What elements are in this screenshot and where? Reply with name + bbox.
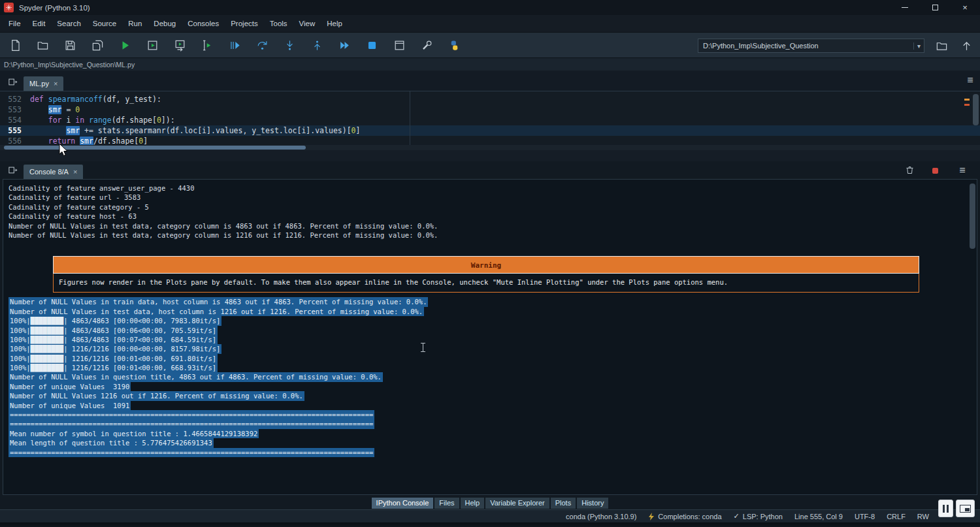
console-vertical-scrollbar[interactable] bbox=[970, 184, 975, 249]
console-line-selected: Number of unique Values 1091 bbox=[8, 401, 972, 410]
console-line: Number of NULL Values in test data, cate… bbox=[8, 221, 972, 231]
pause-icon bbox=[943, 505, 949, 513]
run-cell-button[interactable] bbox=[139, 34, 166, 56]
editor-options-menu-button[interactable]: ≡ bbox=[960, 72, 980, 89]
code-line-552: 552 def spearmancoff(df, y_test): bbox=[0, 94, 980, 104]
horizontal-scrollbar-thumb[interactable] bbox=[4, 146, 306, 150]
stop-debug-button[interactable] bbox=[358, 34, 385, 56]
encoding-status: UTF-8 bbox=[855, 513, 875, 520]
tab-close-icon[interactable]: × bbox=[54, 80, 57, 88]
tab-history[interactable]: History bbox=[577, 498, 608, 509]
minimize-button[interactable] bbox=[890, 0, 920, 15]
working-directory-combobox[interactable]: D:\Python_Imp\Subjective_Question ▾ bbox=[698, 39, 924, 53]
console-line: Cadinality of feature url - 3583 bbox=[8, 193, 972, 202]
console-tab-label: Console 8/A bbox=[29, 168, 69, 176]
menu-run[interactable]: Run bbox=[122, 17, 148, 30]
ipython-console-output[interactable]: Cadinality of feature answer_user_page -… bbox=[3, 179, 977, 495]
step-into-button[interactable] bbox=[276, 34, 303, 56]
code-editor[interactable]: 552 def spearmancoff(df, y_test): 553 sm… bbox=[0, 91, 980, 145]
console-line-selected: 100%|████████| 1216/1216 [00:01<00:00, 6… bbox=[8, 354, 972, 363]
picture-in-picture-button[interactable] bbox=[956, 500, 975, 517]
line-number: 553 bbox=[0, 104, 30, 115]
tab-plots[interactable]: Plots bbox=[551, 498, 576, 509]
console-line-selected: 100%|████████| 4863/4863 [00:07<00:00, 6… bbox=[8, 335, 972, 344]
browse-tabs-button[interactable] bbox=[4, 74, 21, 89]
run-cell-advance-button[interactable] bbox=[166, 34, 193, 56]
menu-edit[interactable]: Edit bbox=[27, 17, 52, 30]
mouse-cursor bbox=[59, 143, 69, 160]
menu-view[interactable]: View bbox=[293, 17, 321, 30]
menu-tools[interactable]: Tools bbox=[264, 17, 293, 30]
working-directory-value: D:\Python_Imp\Subjective_Question bbox=[698, 42, 913, 50]
step-over-button[interactable] bbox=[248, 34, 276, 56]
console-line-selected: ========================================… bbox=[8, 410, 972, 419]
console-options-menu-button[interactable]: ≡ bbox=[953, 162, 972, 179]
browse-directory-button[interactable] bbox=[932, 37, 951, 55]
menu-debug[interactable]: Debug bbox=[148, 17, 182, 30]
menu-search[interactable]: Search bbox=[51, 17, 86, 30]
run-selection-button[interactable] bbox=[193, 34, 221, 56]
breadcrumb: D:\Python_Imp\Subjective_Question\ML.py bbox=[4, 61, 135, 69]
tab-close-icon[interactable]: × bbox=[73, 168, 77, 176]
tab-variable-explorer[interactable]: Variable Explorer bbox=[485, 498, 549, 509]
warning-message: Figures now render in the Plots pane by … bbox=[53, 274, 919, 293]
code-line-555-current: 555 smr += stats.spearmanr(df.loc[i].val… bbox=[0, 125, 980, 136]
menu-source[interactable]: Source bbox=[87, 17, 122, 30]
console-line-selected: Number of NULL Values in test data, host… bbox=[8, 307, 972, 316]
menu-file[interactable]: File bbox=[3, 17, 27, 30]
menu-projects[interactable]: Projects bbox=[225, 17, 264, 30]
window-title: Spyder (Python 3.10) bbox=[19, 4, 90, 12]
pane-splitter[interactable] bbox=[0, 150, 980, 161]
step-out-icon bbox=[311, 39, 323, 52]
console-tab[interactable]: Console 8/A × bbox=[24, 165, 83, 179]
text-cursor bbox=[420, 343, 426, 352]
picture-in-picture-icon bbox=[960, 505, 971, 513]
cursor-position-status: Line 555, Col 9 bbox=[794, 513, 843, 520]
maximize-pane-icon bbox=[393, 39, 406, 52]
code-line-554: 554 for i in range(df.shape[0]): bbox=[0, 115, 980, 125]
debug-file-button[interactable] bbox=[221, 34, 248, 56]
completions-status: Completions: conda bbox=[648, 513, 721, 520]
trash-icon bbox=[905, 165, 915, 175]
console-line: Cadinality of feature host - 63 bbox=[8, 212, 972, 221]
scrollbar-annotation-warning bbox=[964, 99, 970, 101]
tab-help[interactable]: Help bbox=[461, 498, 485, 509]
maximize-icon bbox=[932, 5, 938, 10]
up-arrow-icon bbox=[960, 40, 973, 52]
warning-box: Warning Figures now render in the Plots … bbox=[53, 256, 919, 293]
step-out-button[interactable] bbox=[303, 34, 331, 56]
browse-tabs-button[interactable] bbox=[4, 162, 21, 178]
pause-button[interactable] bbox=[938, 500, 953, 517]
save-button[interactable] bbox=[56, 34, 84, 56]
tab-files[interactable]: Files bbox=[434, 498, 459, 509]
taskbar-sliver bbox=[0, 522, 980, 527]
pythonpath-button[interactable] bbox=[440, 34, 468, 56]
console-tab-bar: Console 8/A × ≡ bbox=[0, 161, 980, 179]
interrupt-kernel-icon[interactable] bbox=[932, 168, 938, 174]
python-logo-icon bbox=[448, 39, 461, 52]
parent-directory-button[interactable] bbox=[956, 37, 976, 55]
new-file-button[interactable] bbox=[1, 34, 29, 56]
console-line-selected: 100%|████████| 1216/1216 [00:01<00:00, 6… bbox=[8, 363, 972, 372]
preferences-button[interactable] bbox=[413, 34, 440, 56]
editor-tab-mlpy[interactable]: ML.py × bbox=[24, 76, 63, 91]
editor-horizontal-scrollbar[interactable] bbox=[0, 145, 980, 150]
console-line-selected: ========================================… bbox=[8, 419, 972, 428]
editor-tab-bar: ML.py × ≡ bbox=[0, 71, 980, 91]
run-file-button[interactable] bbox=[111, 34, 139, 56]
run-selection-icon bbox=[201, 39, 214, 52]
open-file-button[interactable] bbox=[29, 34, 56, 56]
editor-vertical-scrollbar[interactable] bbox=[973, 94, 979, 125]
maximize-button[interactable] bbox=[920, 0, 950, 15]
menu-help[interactable]: Help bbox=[321, 17, 348, 30]
maximize-pane-button[interactable] bbox=[385, 34, 413, 56]
dropdown-caret-icon[interactable]: ▾ bbox=[913, 42, 924, 50]
save-all-button[interactable] bbox=[84, 34, 111, 56]
continue-button[interactable] bbox=[331, 34, 358, 56]
check-icon: ✓ bbox=[734, 512, 740, 520]
editor-pane: ML.py × ≡ 552 def spearmancoff(df, y_tes… bbox=[0, 71, 980, 150]
remove-console-button[interactable] bbox=[901, 162, 918, 178]
menu-consoles[interactable]: Consoles bbox=[182, 17, 225, 30]
close-button[interactable]: × bbox=[950, 0, 980, 15]
tab-ipython-console[interactable]: IPython Console bbox=[372, 498, 434, 509]
